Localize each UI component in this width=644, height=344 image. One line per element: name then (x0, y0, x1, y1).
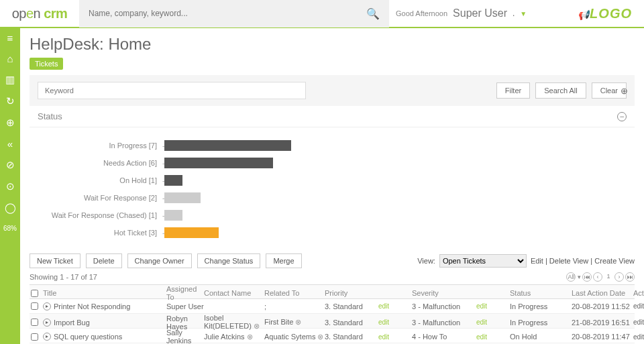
chat-icon[interactable]: ◯ (5, 202, 16, 214)
col-status[interactable]: Status (510, 289, 572, 297)
row-actions[interactable]: edit | del (633, 302, 644, 310)
col-contact[interactable]: Contact Name (204, 289, 264, 297)
chart-label: Needs Action [6] (30, 159, 162, 167)
menu-icon[interactable]: ≡ (7, 32, 13, 44)
ticket-table: Title Assigned To Contact Name Related T… (30, 284, 635, 343)
keyword-input[interactable] (38, 82, 306, 99)
pager-next-icon[interactable]: › (614, 272, 624, 282)
row-priority: 3. Standard (325, 319, 378, 327)
table-row[interactable]: ▸Printer Not Responding Super User ; 3. … (30, 299, 635, 314)
expand-plus-icon[interactable]: ⊕ (621, 86, 628, 96)
edit-link[interactable]: edit (476, 333, 510, 341)
global-search: 🔍 (79, 0, 389, 27)
reports-icon[interactable]: ▥ (5, 74, 15, 86)
tab-tickets[interactable]: Tickets (30, 58, 63, 70)
chart-bar[interactable]: On Hold [1]- (30, 172, 635, 189)
pager-last-icon[interactable]: ⏭ (625, 272, 635, 282)
row-title[interactable]: ▸Import Bug (43, 319, 166, 327)
edit-link[interactable]: edit (378, 302, 412, 310)
chart-label: Wait For Response [2] (30, 194, 162, 202)
col-severity[interactable]: Severity (412, 289, 476, 297)
chart-label: Wait For Response (Chased) [1] (30, 211, 162, 219)
showing-text: Showing 1 - 17 of 17 (30, 273, 97, 281)
pager-first-icon[interactable]: ⏮ (582, 272, 592, 282)
row-assigned: Super User (166, 302, 204, 310)
user-menu[interactable]: Good Afternoon Super User . ▼ (389, 7, 564, 19)
edit-link[interactable]: edit (476, 302, 510, 310)
col-title[interactable]: Title (43, 289, 166, 297)
search-all-button[interactable]: Search All (535, 82, 586, 99)
table-row[interactable]: ▸SQL query questions Sally Jenkins Julie… (30, 329, 635, 343)
row-priority: 3. Standard (325, 333, 378, 341)
status-chart: In Progress [7]-Needs Action [6]-On Hold… (30, 127, 635, 247)
add-icon[interactable]: ⊕ (6, 117, 15, 129)
status-header[interactable]: Status − (30, 106, 635, 127)
row-date: 20-08-2019 11:52 (572, 302, 633, 310)
table-header-row: Title Assigned To Contact Name Related T… (30, 284, 635, 299)
sidebar: ≡ ⌂ ▥ ↻ ⊕ « ⊘ ⊙ ◯ 68% (0, 28, 20, 344)
search-icon[interactable]: 🔍 (366, 7, 380, 20)
chart-label: On Hold [1] (30, 176, 162, 184)
percent-indicator: 68% (3, 225, 17, 232)
chart-bar[interactable]: Hot Ticket [3]- (30, 224, 635, 241)
action-row: New Ticket Delete Change Owner Change St… (30, 253, 635, 268)
select-all-checkbox[interactable] (31, 290, 38, 297)
support-icon[interactable]: ⊙ (6, 180, 15, 192)
collapse-icon[interactable]: « (7, 138, 13, 150)
view-links[interactable]: Edit | Delete View | Create View (531, 257, 635, 265)
row-contact: Julie Atckins ⊗ (204, 333, 264, 341)
row-checkbox[interactable] (31, 333, 38, 341)
row-assigned: Sally Jenkins (166, 329, 204, 344)
status-title: Status (38, 111, 62, 121)
tenant-logo: 📢LOGO (564, 6, 644, 21)
filter-bar: Filter Search All Clear ⊕ (30, 75, 635, 106)
col-related[interactable]: Related To (264, 289, 325, 297)
pager: All ▾ ⏮ ‹ 1 › ⏭ (566, 272, 635, 282)
row-severity: 4 - How To (412, 333, 476, 341)
row-actions[interactable]: edit | del (633, 333, 644, 341)
col-lastaction[interactable]: Last Action Date (572, 289, 633, 297)
edit-link[interactable]: edit (378, 333, 412, 341)
row-related: ; (264, 302, 325, 310)
col-priority[interactable]: Priority (325, 289, 378, 297)
row-date: 21-08-2019 16:51 (572, 319, 633, 327)
all-label[interactable]: All ▾ (566, 272, 581, 282)
filter-button[interactable]: Filter (496, 82, 530, 99)
merge-button[interactable]: Merge (266, 253, 301, 268)
table-row[interactable]: ▸Import Bug Robyn Hayes Isobel Kit(DELET… (30, 314, 635, 329)
row-checkbox[interactable] (31, 302, 38, 310)
link-icon[interactable]: ⊘ (6, 159, 15, 171)
edit-link[interactable]: edit (476, 319, 510, 326)
refresh-icon[interactable]: ↻ (6, 95, 15, 107)
chart-bar[interactable]: Needs Action [6]- (30, 154, 635, 172)
deleted-icon: ⊗ (247, 333, 253, 341)
list-header: Showing 1 - 17 of 17 All ▾ ⏮ ‹ 1 › ⏭ (30, 272, 635, 282)
col-assigned[interactable]: Assigned To (166, 285, 204, 301)
new-ticket-button[interactable]: New Ticket (30, 253, 80, 268)
row-expand-icon[interactable]: ▸ (43, 319, 51, 327)
user-name: Super User (453, 7, 507, 19)
change-status-button[interactable]: Change Status (197, 253, 261, 268)
row-contact: Isobel Kit(DELETED) ⊗ (204, 314, 264, 331)
row-title[interactable]: ▸Printer Not Responding (43, 302, 166, 310)
pager-current: 1 (604, 272, 613, 282)
home-icon[interactable]: ⌂ (7, 53, 13, 64)
change-owner-button[interactable]: Change Owner (127, 253, 192, 268)
chart-label: In Progress [7] (30, 141, 162, 150)
row-expand-icon[interactable]: ▸ (43, 333, 51, 341)
collapse-minus-icon[interactable]: − (617, 112, 627, 121)
row-checkbox[interactable] (31, 319, 38, 326)
delete-button[interactable]: Delete (86, 253, 122, 268)
brand-logo[interactable]: open crm (0, 6, 79, 21)
row-expand-icon[interactable]: ▸ (43, 302, 51, 310)
chart-bar[interactable]: In Progress [7]- (30, 137, 635, 154)
chart-bar[interactable]: Wait For Response [2]- (30, 189, 635, 207)
chart-bar[interactable]: Wait For Response (Chased) [1]- (30, 207, 635, 224)
pager-prev-icon[interactable]: ‹ (593, 272, 602, 282)
row-actions[interactable]: edit | del (633, 319, 644, 326)
edit-link[interactable]: edit (378, 319, 412, 326)
row-status: In Progress (510, 319, 572, 327)
view-select[interactable]: Open Tickets (439, 254, 527, 268)
row-title[interactable]: ▸SQL query questions (43, 333, 166, 341)
search-input[interactable] (89, 9, 366, 18)
